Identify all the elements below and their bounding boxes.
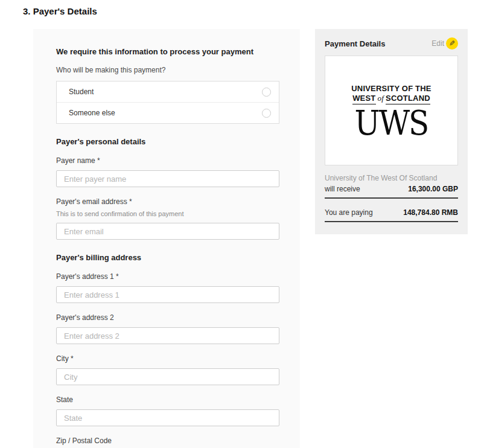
address2-field-group: Payer's address 2 (56, 313, 279, 344)
paying-amount-row: You are paying 148,784.80 RMB (325, 208, 458, 222)
radio-option-label: Someone else (69, 109, 115, 117)
payer-name-input[interactable] (56, 170, 279, 187)
logo-word-west: WEST (352, 94, 375, 104)
radio-circle-icon[interactable] (262, 109, 271, 118)
payment-details-title: Payment Details (325, 39, 385, 48)
institution-logo: UNIVERSITY OF THE WEST of SCOTLAND UWS (325, 56, 458, 165)
edit-button-label: Edit (431, 39, 444, 48)
city-field-group: City * (56, 354, 279, 385)
payer-name-label: Payer name * (56, 156, 279, 165)
edit-button[interactable]: Edit ✎ (431, 37, 458, 50)
paying-label: You are paying (325, 208, 373, 217)
state-field-group: State (56, 395, 279, 426)
payer-email-field-group: Payer's email address * This is to send … (56, 197, 279, 240)
address1-field-group: Payer's address 1 * (56, 272, 279, 303)
paying-amount: 148,784.80 RMB (403, 208, 458, 217)
address2-label: Payer's address 2 (56, 313, 279, 322)
radio-option-label: Student (69, 88, 94, 96)
payment-details-card: Payment Details Edit ✎ UNIVERSITY OF THE… (315, 29, 468, 234)
radio-option-someone-else[interactable]: Someone else (57, 102, 279, 123)
receive-label: will receive (325, 185, 360, 193)
zip-field-group: Zip / Postal Code (56, 437, 279, 448)
radio-option-student[interactable]: Student (57, 82, 279, 102)
billing-address-heading: Payer's billing address (56, 253, 279, 262)
logo-word-scotland: SCOTLAND (386, 94, 430, 104)
logo-text-line1: UNIVERSITY OF THE (351, 85, 431, 94)
personal-details-heading: Payer's personal details (56, 137, 279, 146)
receive-amount-row: will receive 16,300.00 GBP (325, 185, 458, 199)
payer-type-radio-group: Student Someone else (56, 81, 279, 124)
logo-acronym-uws: UWS (355, 106, 428, 140)
logo-word-of: of (378, 94, 384, 103)
city-label: City * (56, 354, 279, 363)
logo-text-line2: WEST of SCOTLAND (352, 94, 430, 104)
page-title: 3. Payer's Details (23, 6, 97, 16)
payer-question: Who will be making this payment? (56, 66, 279, 74)
receive-amount: 16,300.00 GBP (408, 185, 458, 193)
zip-label: Zip / Postal Code (56, 437, 279, 445)
payment-details-header: Payment Details Edit ✎ (325, 37, 458, 50)
address2-input[interactable] (56, 327, 279, 344)
form-intro-heading: We require this information to process y… (56, 47, 279, 56)
state-label: State (56, 395, 279, 404)
edit-pencil-icon[interactable]: ✎ (446, 37, 458, 50)
radio-circle-icon[interactable] (262, 88, 271, 97)
payer-email-help-text: This is to send confirmation of this pay… (56, 210, 279, 217)
payer-email-input[interactable] (56, 223, 279, 240)
state-input[interactable] (56, 409, 279, 426)
payer-details-form-panel: We require this information to process y… (33, 29, 300, 448)
address1-input[interactable] (56, 286, 279, 303)
recipient-name: University of The West Of Scotland (325, 174, 458, 182)
city-input[interactable] (56, 368, 279, 385)
payer-name-field-group: Payer name * (56, 156, 279, 187)
payer-email-label: Payer's email address * (56, 197, 279, 206)
address1-label: Payer's address 1 * (56, 272, 279, 281)
